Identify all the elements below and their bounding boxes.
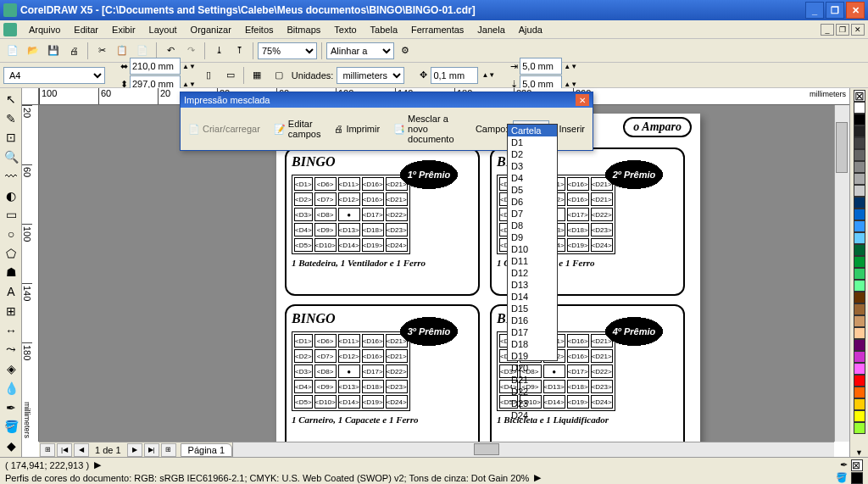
- color-swatch[interactable]: [854, 125, 865, 137]
- menu-organizar[interactable]: Organizar: [184, 23, 238, 36]
- color-swatch[interactable]: [854, 339, 865, 351]
- first-page-button[interactable]: |◀: [57, 443, 72, 457]
- redo-button[interactable]: ↷: [181, 42, 200, 60]
- table-tool[interactable]: ⊞: [2, 302, 20, 320]
- canvas-viewport[interactable]: o Amparo BINGO 1º Prêmio <D1><D6><D11><D…: [39, 105, 834, 442]
- new-button[interactable]: 📄: [3, 42, 22, 60]
- zoom-select[interactable]: 75%: [258, 42, 317, 59]
- merge-new-doc-button[interactable]: 📑 Mesclar a novo documento: [389, 111, 470, 147]
- color-swatch[interactable]: [854, 220, 865, 232]
- edit-fields-button[interactable]: 📝 Editar campos: [270, 116, 326, 142]
- insert-field-button[interactable]: Inserir: [554, 121, 589, 136]
- pick-tool[interactable]: ↖: [2, 90, 20, 108]
- dialog-close-button[interactable]: ✕: [576, 94, 589, 106]
- color-swatch[interactable]: [854, 351, 865, 363]
- page-tab-1[interactable]: Página 1: [181, 443, 232, 457]
- dropdown-option[interactable]: D13: [508, 279, 557, 291]
- color-swatch[interactable]: [854, 268, 865, 280]
- dropdown-option[interactable]: D3: [508, 160, 557, 172]
- color-swatch[interactable]: [854, 410, 865, 422]
- menu-bitmaps[interactable]: Bitmaps: [281, 23, 328, 36]
- cut-button[interactable]: ✂: [92, 42, 111, 60]
- mdi-restore-button[interactable]: ❐: [836, 24, 849, 36]
- dropdown-option[interactable]: D20: [508, 362, 557, 374]
- color-swatch[interactable]: [854, 149, 865, 161]
- close-button[interactable]: ✕: [846, 2, 865, 19]
- fill-tool[interactable]: 🪣: [2, 417, 20, 436]
- options-button[interactable]: ⚙: [396, 42, 415, 60]
- save-button[interactable]: 💾: [44, 42, 63, 60]
- zoom-tool[interactable]: 🔍: [2, 147, 20, 166]
- ruler-vertical[interactable]: 2060100140180millimeters: [22, 105, 39, 442]
- color-swatch[interactable]: [854, 363, 865, 375]
- mdi-close-button[interactable]: ✕: [851, 24, 865, 36]
- color-swatch[interactable]: [854, 292, 865, 303]
- prev-page-button[interactable]: ◀: [74, 443, 89, 457]
- next-page-button[interactable]: ▶: [127, 443, 142, 457]
- ellipse-tool[interactable]: ○: [2, 225, 20, 243]
- color-swatch[interactable]: [854, 315, 865, 327]
- polygon-tool[interactable]: ⬠: [2, 244, 20, 263]
- open-button[interactable]: 📂: [24, 42, 42, 60]
- color-swatch[interactable]: [854, 422, 865, 434]
- dropdown-option[interactable]: D15: [508, 303, 557, 314]
- mdi-minimize-button[interactable]: _: [821, 24, 834, 36]
- dropdown-option[interactable]: D22: [508, 386, 557, 398]
- basic-shapes-tool[interactable]: ☗: [2, 264, 20, 282]
- freehand-tool[interactable]: 〰: [2, 167, 20, 186]
- dropdown-option[interactable]: D7: [508, 208, 557, 220]
- scrollbar-vertical[interactable]: [834, 105, 849, 442]
- eyedropper-tool[interactable]: 💧: [2, 379, 20, 398]
- menu-ajuda[interactable]: Ajuda: [512, 23, 549, 36]
- add-page-after-button[interactable]: ⊞: [161, 443, 176, 457]
- scrollbar-horizontal[interactable]: ⊞ |◀ ◀ 1 de 1 ▶ ▶| ⊞ Página 1: [39, 442, 834, 457]
- color-swatch[interactable]: [854, 197, 865, 209]
- color-swatch[interactable]: [854, 303, 865, 315]
- landscape-button[interactable]: ▭: [221, 66, 240, 85]
- dropdown-option[interactable]: D4: [508, 172, 557, 184]
- color-swatch[interactable]: [854, 387, 865, 398]
- dropdown-option[interactable]: D1: [508, 136, 557, 148]
- color-swatch[interactable]: [854, 185, 865, 197]
- dropdown-option[interactable]: D6: [508, 196, 557, 208]
- menu-exibir[interactable]: Exibir: [105, 23, 142, 36]
- smart-fill-tool[interactable]: ◐: [2, 186, 20, 205]
- print-button[interactable]: 🖨: [64, 42, 83, 60]
- color-swatch[interactable]: [854, 280, 865, 292]
- dropdown-option[interactable]: D21: [508, 374, 557, 386]
- units-select[interactable]: millimeters: [337, 67, 404, 84]
- interactive-fill-tool[interactable]: ◆: [2, 437, 20, 455]
- menu-arquivo[interactable]: Arquivo: [22, 23, 67, 36]
- snap-select[interactable]: Alinhar a: [326, 42, 394, 59]
- import-button[interactable]: ⤓: [209, 42, 228, 60]
- dropdown-option[interactable]: D12: [508, 267, 557, 279]
- dropdown-option[interactable]: D16: [508, 314, 557, 326]
- color-swatch[interactable]: [854, 173, 865, 185]
- dropdown-option[interactable]: D23: [508, 398, 557, 409]
- color-swatch[interactable]: [854, 375, 865, 387]
- palette-scroll-down[interactable]: ▼: [855, 448, 863, 457]
- export-button[interactable]: ⤒: [230, 42, 248, 60]
- menu-layout[interactable]: Layout: [142, 23, 184, 36]
- all-pages-button[interactable]: ▦: [248, 66, 266, 85]
- create-load-button[interactable]: 📄 Criar/carregar: [184, 121, 264, 137]
- dropdown-option[interactable]: D19: [508, 350, 557, 362]
- profile-expand-icon[interactable]: ▶: [534, 472, 541, 483]
- current-page-button[interactable]: ▢: [270, 66, 288, 85]
- outline-tool[interactable]: ✒: [2, 398, 20, 417]
- shape-tool[interactable]: ✎: [2, 109, 20, 128]
- menu-janela[interactable]: Janela: [470, 23, 511, 36]
- portrait-button[interactable]: ▯: [199, 66, 218, 85]
- color-swatch[interactable]: [854, 209, 865, 220]
- coord-expand-icon[interactable]: ▶: [94, 459, 101, 470]
- dropdown-option[interactable]: D10: [508, 243, 557, 255]
- add-page-button[interactable]: ⊞: [40, 443, 55, 457]
- dropdown-option[interactable]: D24: [508, 409, 557, 421]
- dropdown-option[interactable]: D5: [508, 184, 557, 196]
- color-swatch[interactable]: [854, 244, 865, 256]
- outline-color-swatch[interactable]: ⊠: [851, 459, 863, 471]
- menu-texto[interactable]: Texto: [327, 23, 363, 36]
- crop-tool[interactable]: ⊡: [2, 128, 20, 147]
- color-swatch[interactable]: [854, 161, 865, 173]
- field-dropdown-list[interactable]: CartelaD1D2D3D4D5D6D7D8D9D10D11D12D13D14…: [507, 124, 558, 361]
